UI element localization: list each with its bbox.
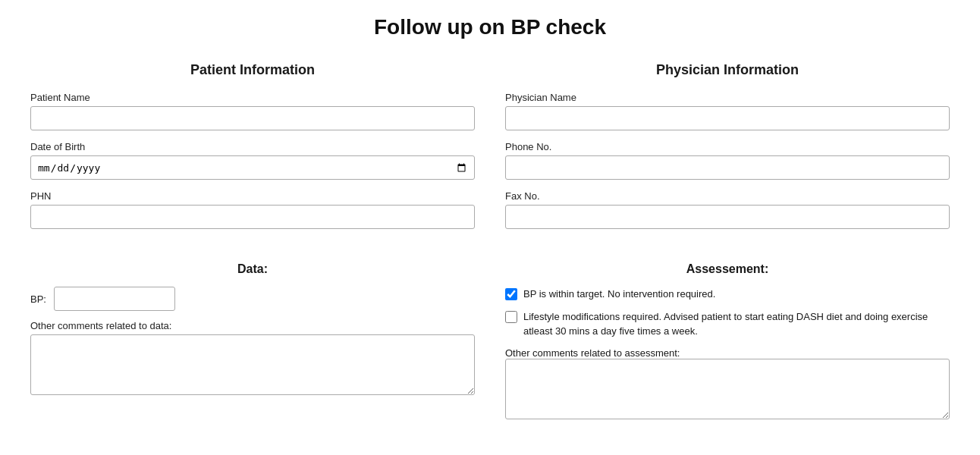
patient-section-title: Patient Information	[30, 62, 475, 78]
phone-input[interactable]	[505, 155, 950, 180]
physician-section-title: Physician Information	[505, 62, 950, 78]
patient-name-field: Patient Name	[30, 92, 475, 130]
assessment-comments-label: Other comments related to assessment:	[505, 347, 680, 359]
bp-input[interactable]	[54, 287, 175, 311]
assessment-section-title: Assessement:	[505, 262, 950, 276]
physician-name-field: Physician Name	[505, 92, 950, 130]
physician-name-input[interactable]	[505, 106, 950, 130]
data-comments-input[interactable]	[30, 334, 475, 395]
bp-field: BP:	[30, 287, 475, 311]
data-comments-field: Other comments related to data:	[30, 320, 475, 397]
checkbox1-input[interactable]	[505, 288, 517, 300]
dob-label: Date of Birth	[30, 141, 475, 152]
fax-field: Fax No.	[505, 190, 950, 229]
assessment-comments-field: Other comments related to assessment:	[505, 347, 950, 422]
phn-field: PHN	[30, 190, 475, 229]
data-section: Data: BP: Other comments related to data…	[30, 262, 475, 432]
checkbox2-input[interactable]	[505, 311, 517, 323]
page-title: Follow up on BP check	[30, 15, 950, 39]
physician-name-label: Physician Name	[505, 92, 950, 103]
dob-field: Date of Birth	[30, 141, 475, 180]
patient-info-section: Patient Information Patient Name Date of…	[30, 62, 475, 240]
patient-name-input[interactable]	[30, 106, 475, 130]
checkbox2-row: Lifestyle modifications required. Advise…	[505, 309, 950, 339]
fax-input[interactable]	[505, 205, 950, 229]
dob-input[interactable]	[30, 155, 475, 180]
phn-input[interactable]	[30, 205, 475, 229]
assessment-section: Assessement: BP is within target. No int…	[505, 262, 950, 432]
phn-label: PHN	[30, 190, 475, 202]
data-section-title: Data:	[30, 262, 475, 276]
patient-name-label: Patient Name	[30, 92, 475, 103]
assessment-comments-input[interactable]	[505, 359, 950, 419]
checkbox1-label: BP is within target. No intervention req…	[523, 287, 715, 302]
phone-field: Phone No.	[505, 141, 950, 180]
physician-info-section: Physician Information Physician Name Pho…	[505, 62, 950, 240]
phone-label: Phone No.	[505, 141, 950, 152]
checkbox2-label: Lifestyle modifications required. Advise…	[523, 309, 950, 339]
checkbox1-row: BP is within target. No intervention req…	[505, 287, 950, 302]
bp-label: BP:	[30, 293, 46, 305]
fax-label: Fax No.	[505, 190, 950, 202]
data-comments-label: Other comments related to data:	[30, 320, 475, 331]
